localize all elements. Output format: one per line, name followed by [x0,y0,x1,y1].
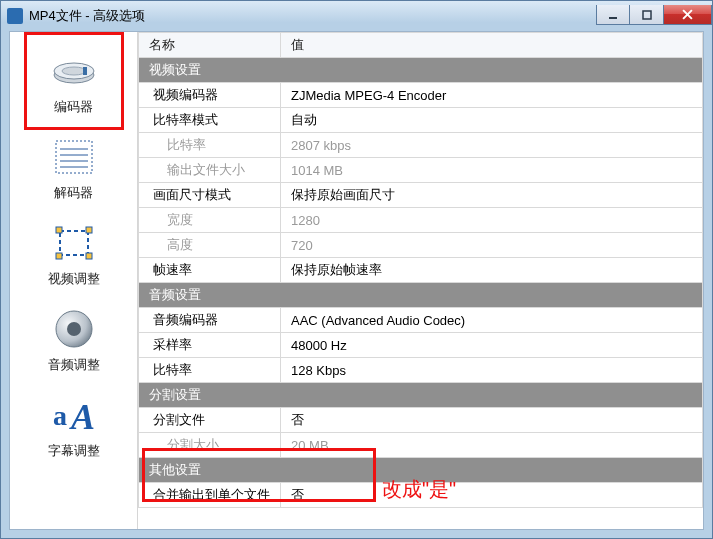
setting-value[interactable]: 48000 Hz [281,333,703,358]
setting-name: 采样率 [139,333,281,358]
sidebar-item-encoder[interactable]: 编码器 [10,40,137,126]
setting-name: 宽度 [139,208,281,233]
header-row: 名称 值 [139,33,703,58]
setting-name: 分割大小 [139,433,281,458]
app-icon [7,8,23,24]
row-height: 高度 720 [139,233,703,258]
setting-name: 帧速率 [139,258,281,283]
client-area: 编码器 解码器 [9,31,704,530]
row-split-size: 分割大小 20 MB [139,433,703,458]
col-name: 名称 [139,33,281,58]
setting-value: 720 [281,233,703,258]
setting-value[interactable]: 保持原始帧速率 [281,258,703,283]
row-split-file[interactable]: 分割文件 否 [139,408,703,433]
svg-rect-15 [86,253,92,259]
sidebar-item-video-adjust[interactable]: 视频调整 [10,212,137,298]
setting-name: 高度 [139,233,281,258]
setting-value[interactable]: 保持原始画面尺寸 [281,183,703,208]
titlebar[interactable]: MP4文件 - 高级选项 [1,1,712,31]
setting-value: 1280 [281,208,703,233]
svg-rect-5 [83,67,87,75]
svg-text:a: a [53,400,67,431]
window-frame: MP4文件 - 高级选项 [0,0,713,539]
svg-rect-12 [56,227,62,233]
row-out-filesize: 输出文件大小 1014 MB [139,158,703,183]
section-label: 音频设置 [139,283,703,308]
setting-name: 比特率模式 [139,108,281,133]
row-frame-size-mode[interactable]: 画面尺寸模式 保持原始画面尺寸 [139,183,703,208]
row-bitrate: 比特率 2807 kbps [139,133,703,158]
sidebar-item-label: 解码器 [10,184,137,202]
setting-value[interactable]: 否 [281,483,703,508]
setting-value: 2807 kbps [281,133,703,158]
maximize-button[interactable] [630,5,664,25]
sidebar-item-label: 字幕调整 [10,442,137,460]
row-width: 宽度 1280 [139,208,703,233]
row-audio-bitrate[interactable]: 比特率 128 Kbps [139,358,703,383]
setting-value[interactable]: 128 Kbps [281,358,703,383]
svg-rect-6 [56,141,92,173]
sidebar-item-label: 音频调整 [10,356,137,374]
setting-value[interactable]: 自动 [281,108,703,133]
minimize-button[interactable] [596,5,630,25]
svg-rect-11 [60,231,88,255]
row-bitrate-mode[interactable]: 比特率模式 自动 [139,108,703,133]
row-framerate[interactable]: 帧速率 保持原始帧速率 [139,258,703,283]
video-adjust-icon [48,220,100,266]
setting-value: 1014 MB [281,158,703,183]
settings-panel: 名称 值 视频设置 视频编码器 ZJMedia MPEG-4 Encoder 比… [138,32,703,529]
sidebar: 编码器 解码器 [10,32,138,529]
sidebar-item-audio-adjust[interactable]: 音频调整 [10,298,137,384]
section-audio: 音频设置 [139,283,703,308]
section-video: 视频设置 [139,58,703,83]
setting-value[interactable]: AAC (Advanced Audio Codec) [281,308,703,333]
setting-name: 合并输出到单个文件 [139,483,281,508]
section-other: 其他设置 [139,458,703,483]
svg-point-4 [62,67,86,75]
window-title: MP4文件 - 高级选项 [29,7,145,25]
setting-value[interactable]: ZJMedia MPEG-4 Encoder [281,83,703,108]
audio-adjust-icon [48,306,100,352]
settings-table: 名称 值 视频设置 视频编码器 ZJMedia MPEG-4 Encoder 比… [138,32,703,508]
col-value: 值 [281,33,703,58]
setting-name: 视频编码器 [139,83,281,108]
section-label: 视频设置 [139,58,703,83]
svg-rect-14 [56,253,62,259]
setting-name: 音频编码器 [139,308,281,333]
svg-point-17 [67,322,81,336]
section-label: 分割设置 [139,383,703,408]
row-sample-rate[interactable]: 采样率 48000 Hz [139,333,703,358]
svg-rect-1 [643,11,651,19]
svg-rect-0 [609,17,617,19]
svg-rect-13 [86,227,92,233]
sidebar-item-subtitle-adjust[interactable]: a A 字幕调整 [10,384,137,470]
setting-name: 比特率 [139,358,281,383]
sidebar-item-label: 视频调整 [10,270,137,288]
section-split: 分割设置 [139,383,703,408]
setting-name: 输出文件大小 [139,158,281,183]
subtitle-adjust-icon: a A [48,392,100,438]
sidebar-item-decoder[interactable]: 解码器 [10,126,137,212]
section-label: 其他设置 [139,458,703,483]
setting-value: 20 MB [281,433,703,458]
setting-name: 分割文件 [139,408,281,433]
window-buttons-group [596,7,712,25]
close-button[interactable] [664,5,712,25]
svg-text:A: A [69,397,95,435]
setting-name: 比特率 [139,133,281,158]
row-video-encoder[interactable]: 视频编码器 ZJMedia MPEG-4 Encoder [139,83,703,108]
setting-name: 画面尺寸模式 [139,183,281,208]
setting-value[interactable]: 否 [281,408,703,433]
row-audio-encoder[interactable]: 音频编码器 AAC (Advanced Audio Codec) [139,308,703,333]
decoder-icon [48,134,100,180]
row-merge-single[interactable]: 合并输出到单个文件 否 [139,483,703,508]
sidebar-item-label: 编码器 [10,98,137,116]
encoder-icon [48,48,100,94]
